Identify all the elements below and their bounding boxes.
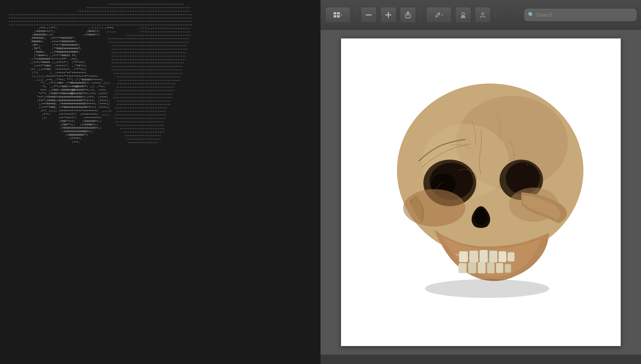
svg-point-37 bbox=[477, 139, 478, 140]
search-icon: 🔍 bbox=[528, 12, 534, 18]
share-icon bbox=[405, 12, 411, 18]
svg-rect-4 bbox=[461, 16, 465, 17]
ascii-art-panel: ,,,,,,,,,,,,,,,,,,,,,,,,,,,,,,,,,,,,,,,,… bbox=[0, 0, 320, 364]
status-bar bbox=[320, 355, 641, 364]
svg-rect-34 bbox=[505, 264, 511, 273]
toolbar: ▾ ▾ bbox=[320, 0, 641, 30]
svg-point-36 bbox=[499, 142, 500, 143]
svg-rect-30 bbox=[468, 262, 476, 273]
skull-image bbox=[341, 38, 621, 346]
search-bar[interactable]: 🔍 bbox=[524, 9, 636, 21]
svg-rect-5 bbox=[461, 17, 466, 18]
ascii-art-content: ,,,,,,,,,,,,,,,,,,,,,,,,,,,,,,,,,,,,,,,,… bbox=[0, 0, 320, 146]
plus-icon bbox=[385, 12, 391, 18]
svg-rect-20 bbox=[480, 250, 488, 262]
svg-point-38 bbox=[514, 154, 516, 156]
svg-point-35 bbox=[490, 148, 491, 150]
svg-point-41 bbox=[458, 139, 460, 140]
svg-point-42 bbox=[425, 279, 549, 298]
person-tool-button[interactable] bbox=[475, 7, 491, 23]
svg-point-3 bbox=[462, 12, 464, 16]
svg-rect-32 bbox=[487, 262, 494, 273]
toolbar-separator-3 bbox=[496, 9, 496, 21]
pen-icon bbox=[435, 12, 441, 18]
share-button[interactable] bbox=[400, 7, 416, 23]
stamp-tool-button[interactable] bbox=[455, 7, 471, 23]
zoom-out-button[interactable] bbox=[361, 7, 377, 23]
stamp-icon bbox=[460, 12, 466, 18]
view-toggle-button[interactable]: ▾ bbox=[325, 7, 350, 23]
grid-icon bbox=[334, 12, 340, 18]
zoom-in-button[interactable] bbox=[380, 7, 396, 23]
svg-rect-23 bbox=[508, 252, 514, 262]
svg-rect-18 bbox=[459, 251, 468, 262]
svg-rect-22 bbox=[498, 251, 506, 262]
content-area bbox=[320, 30, 641, 355]
chevron-down-icon: ▾ bbox=[341, 13, 342, 16]
svg-rect-31 bbox=[478, 262, 485, 273]
svg-point-39 bbox=[471, 158, 472, 158]
svg-rect-21 bbox=[489, 251, 498, 263]
markup-tool-button[interactable]: ▾ bbox=[426, 7, 452, 23]
minus-icon bbox=[366, 14, 372, 16]
svg-rect-19 bbox=[469, 251, 478, 263]
preview-panel: ▾ ▾ bbox=[320, 0, 641, 364]
svg-point-6 bbox=[482, 12, 484, 15]
person-icon bbox=[480, 12, 486, 18]
svg-rect-29 bbox=[458, 263, 467, 273]
svg-point-40 bbox=[527, 164, 528, 165]
toolbar-separator-2 bbox=[421, 9, 421, 21]
svg-line-2 bbox=[438, 13, 440, 14]
image-preview bbox=[341, 38, 621, 346]
search-input[interactable] bbox=[536, 12, 633, 18]
svg-rect-33 bbox=[496, 263, 503, 273]
pen-chevron-down-icon: ▾ bbox=[442, 13, 443, 16]
toolbar-separator-1 bbox=[356, 9, 356, 21]
